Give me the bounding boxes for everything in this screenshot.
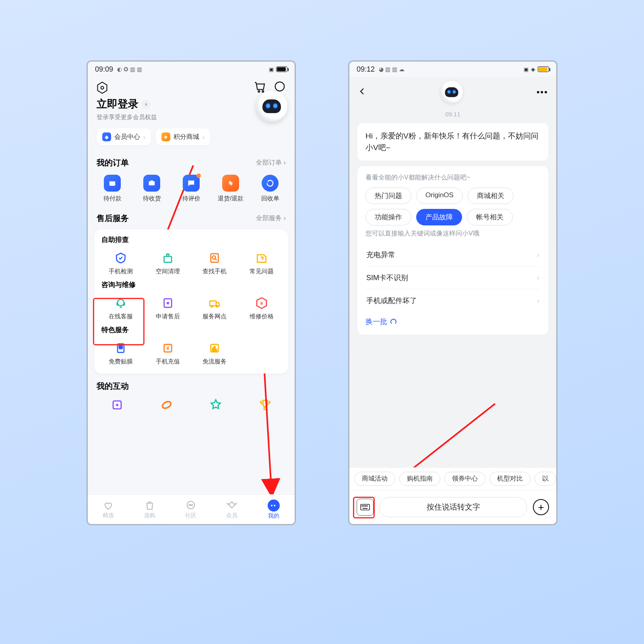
interact-1[interactable] — [97, 398, 137, 412]
interact-2[interactable] — [147, 398, 186, 412]
orders-title: 我的订单 — [97, 157, 129, 168]
svg-text:¥: ¥ — [166, 345, 170, 351]
svc-apply-aftersale[interactable]: 申请售后 — [144, 291, 192, 325]
faq-item[interactable]: SIM卡不识别› — [365, 266, 540, 289]
svg-point-2 — [101, 87, 104, 89]
suggestion-chip[interactable]: 购机指南 — [399, 472, 440, 486]
category-pill[interactable]: 帐号相关 — [467, 209, 513, 225]
svg-rect-7 — [164, 256, 171, 262]
shortcut-chips: ◆会员中心› ★积分商城› — [88, 128, 295, 153]
interact-3[interactable] — [196, 398, 235, 412]
back-button[interactable] — [357, 87, 367, 98]
svg-rect-17 — [119, 345, 122, 349]
refresh-button[interactable]: 换一批 — [365, 317, 540, 326]
order-pending-pay[interactable]: 待付款 — [93, 175, 132, 202]
orders-more-link[interactable]: 全部订单 › — [256, 159, 286, 167]
tab-featured[interactable]: 精选 — [103, 500, 114, 519]
group-self-check-title: 自助排查 — [97, 235, 285, 246]
order-refund[interactable]: 退货/退款 — [211, 175, 250, 202]
profile-avatar[interactable] — [256, 91, 287, 122]
faq-item[interactable]: 充电异常› — [365, 244, 540, 266]
category-pill[interactable]: 热门问题 — [365, 188, 411, 204]
svc-online-support[interactable]: 在线客服 — [97, 291, 144, 325]
input-bar: 按住说话转文字 + — [349, 490, 556, 524]
interact-row — [88, 395, 295, 412]
keyboard-toggle-button[interactable] — [357, 499, 374, 516]
login-title[interactable]: 立即登录 — [97, 97, 138, 111]
sim-icon: ▣ — [269, 66, 274, 72]
suggestion-bar: 商城活动购机指南领券中心机型对比以 — [349, 467, 556, 490]
tab-community[interactable]: 社区 — [185, 500, 196, 519]
tab-mine[interactable]: ••我的 — [268, 500, 280, 520]
greeting-bubble: Hi，亲爱的V粉，新年快乐！有什么问题，不妨问问小V吧~ — [357, 123, 548, 161]
left-phone: 09:09 ◐ ✪ ▥ ▥ ▣ 立即登录 › 登录享受更多会员权益 — [87, 60, 296, 525]
svg-rect-32 — [361, 504, 369, 510]
suggestion-chip[interactable]: 机型对比 — [489, 472, 530, 486]
sim-icon: ▣ — [524, 66, 528, 72]
category-pill[interactable]: OriginOS — [416, 188, 463, 204]
member-center-chip[interactable]: ◆会员中心› — [97, 128, 151, 145]
category-pill[interactable]: 功能操作 — [365, 209, 411, 225]
battery-icon — [538, 66, 549, 72]
points-mall-chip[interactable]: ★积分商城› — [156, 128, 210, 145]
category-pill[interactable]: 商城相关 — [468, 188, 514, 204]
faq-list: 充电异常›SIM卡不识别›手机或配件坏了› — [365, 244, 540, 312]
svg-rect-21 — [213, 348, 214, 351]
svg-point-35 — [365, 506, 366, 506]
svg-point-34 — [363, 506, 364, 506]
svg-point-25 — [116, 404, 118, 406]
svc-space-clean[interactable]: 空间清理 — [144, 246, 192, 280]
add-button[interactable]: + — [533, 499, 549, 515]
suggestion-chip[interactable]: 领券中心 — [444, 472, 485, 486]
tab-shop[interactable]: 选购 — [144, 500, 155, 519]
svg-point-33 — [362, 506, 363, 506]
service-header: 售后服务 全部服务 › — [88, 208, 295, 227]
suggestion-chip[interactable]: 商城活动 — [354, 472, 395, 486]
panel-sub-2: 您可以直接输入关键词或像这样问小V哦 — [365, 229, 540, 238]
status-time: 09:12 — [357, 65, 375, 74]
panel-sub-1: 看看全能的小V都能解决什么问题吧~ — [365, 173, 540, 182]
status-bar: 09:09 ◐ ✪ ▥ ▥ ▣ — [88, 62, 295, 77]
svg-text:¥: ¥ — [260, 300, 263, 306]
login-subtitle: 登录享受更多会员权益 — [97, 114, 286, 121]
svg-rect-8 — [211, 254, 219, 262]
status-time: 09:09 — [95, 65, 113, 74]
svg-point-26 — [161, 400, 172, 410]
chevron-right-icon[interactable]: › — [142, 100, 151, 109]
svc-recharge[interactable]: ¥手机充值 — [144, 336, 192, 370]
svg-rect-6 — [109, 181, 116, 186]
order-pending-receive[interactable]: 待收货 — [132, 175, 171, 202]
help-panel: 看看全能的小V都能解决什么问题吧~ 热门问题OriginOS商城相关功能操作产品… — [357, 166, 548, 334]
suggestion-chip[interactable]: 以 — [535, 472, 556, 486]
interact-header: 我的互动 — [88, 374, 295, 395]
more-menu-button[interactable]: ••• — [537, 87, 548, 97]
svc-service-points[interactable]: 服务网点 — [191, 291, 238, 325]
category-pill[interactable]: 产品故障 — [416, 209, 462, 225]
order-recycle[interactable]: 回收单 — [250, 175, 290, 202]
tab-vip[interactable]: 会员 — [226, 500, 237, 519]
svg-point-36 — [367, 506, 367, 506]
service-title: 售后服务 — [97, 213, 129, 224]
svc-free-data[interactable]: 免流服务 — [191, 336, 238, 370]
svc-find-phone[interactable]: 查找手机 — [191, 246, 238, 280]
svc-faq[interactable]: 常见问题 — [238, 246, 285, 280]
service-card: 自助排查 手机检测 空间清理 查找手机 常见问题 咨询与维修 在线客服 申请售后… — [94, 229, 288, 374]
battery-icon — [276, 66, 287, 72]
group-consult-title: 咨询与维修 — [97, 280, 285, 291]
svc-repair-price[interactable]: ¥维修价格 — [238, 291, 285, 325]
service-more-link[interactable]: 全部服务 › — [256, 214, 286, 223]
settings-hex-icon[interactable] — [97, 82, 108, 94]
svc-phone-check[interactable]: 手机检测 — [97, 246, 144, 280]
svc-free-film[interactable]: 免费贴膜 — [97, 336, 144, 370]
bot-avatar — [440, 81, 463, 103]
chat-header: ••• — [349, 77, 556, 109]
group-special-title: 特色服务 — [97, 325, 285, 336]
interact-title: 我的互动 — [97, 381, 129, 392]
voice-input[interactable]: 按住说话转文字 — [379, 497, 527, 517]
order-pending-review[interactable]: 待评价 — [171, 175, 211, 202]
svg-point-30 — [192, 504, 192, 505]
chat-timestamp: 09:11 — [349, 109, 556, 123]
interact-4[interactable] — [246, 398, 285, 412]
faq-item[interactable]: 手机或配件坏了› — [365, 289, 540, 312]
svg-point-28 — [189, 504, 190, 505]
